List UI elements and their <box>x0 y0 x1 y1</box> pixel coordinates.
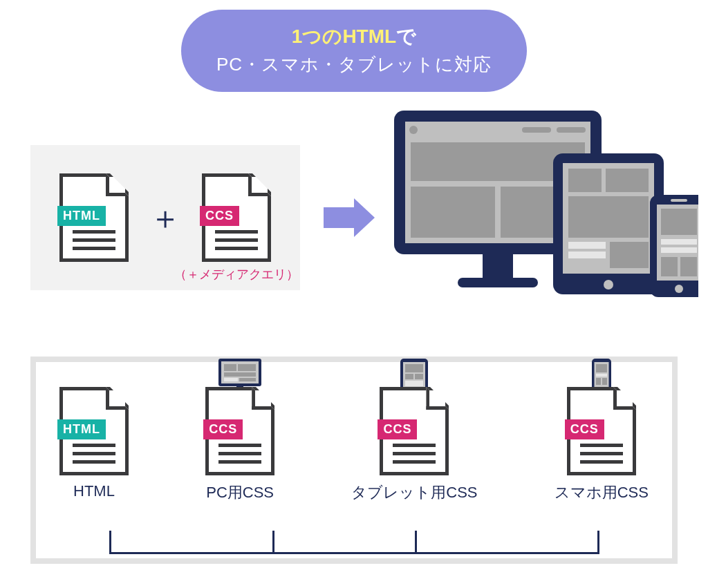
svg-rect-42 <box>415 374 423 379</box>
svg-rect-6 <box>411 187 495 238</box>
svg-rect-24 <box>661 239 697 245</box>
svg-rect-32 <box>224 372 256 377</box>
bottom-columns: HTML HTML CCS PC用CSS CCS タブレット用CSS <box>36 362 672 520</box>
column-HTML: HTML HTML <box>59 387 129 500</box>
caption: タブレット用CSS <box>351 482 477 503</box>
svg-rect-30 <box>224 364 236 371</box>
svg-rect-4 <box>557 127 586 133</box>
svg-rect-41 <box>405 374 413 379</box>
caption: スマホ用CSS <box>555 482 649 503</box>
arrow-icon <box>324 198 375 237</box>
title-line-2: PC・スマホ・タブレットに対応 <box>209 53 499 77</box>
html-file-icon: HTML <box>59 387 129 475</box>
svg-rect-13 <box>568 169 602 192</box>
title-emphasis: 1つのHTML <box>292 26 396 47</box>
ccs-file-icon: CCS <box>205 387 274 475</box>
ccs-badge: CCS <box>378 419 417 439</box>
svg-rect-23 <box>661 209 697 235</box>
svg-rect-15 <box>568 196 649 238</box>
caption: PC用CSS <box>206 482 274 503</box>
svg-rect-47 <box>596 364 607 372</box>
column-PC用CSS: CCS PC用CSS <box>205 387 274 503</box>
svg-rect-40 <box>405 364 423 372</box>
svg-rect-8 <box>483 254 513 278</box>
svg-rect-50 <box>602 378 607 385</box>
column-スマホ用CSS: CCS スマホ用CSS <box>555 387 649 503</box>
ccs-badge: CCS <box>565 419 604 439</box>
svg-point-12 <box>604 280 613 290</box>
svg-rect-34 <box>239 378 256 381</box>
middle-row: HTML ＋ CCS （＋メディアクエリ） <box>30 131 691 304</box>
title-rest: で <box>396 26 416 47</box>
caption: HTML <box>73 482 115 500</box>
column-タブレット用CSS: CCS タブレット用CSS <box>351 387 477 503</box>
title-pill: 1つのHTMLで PC・スマホ・タブレットに対応 <box>181 10 527 92</box>
devices-cluster <box>394 111 691 304</box>
phone-icon <box>650 195 698 297</box>
plus-sign: ＋ <box>149 202 181 234</box>
media-query-note: （＋メディアクエリ） <box>174 266 299 283</box>
equation-box: HTML ＋ CCS （＋メディアクエリ） <box>30 145 300 290</box>
svg-point-2 <box>409 126 418 134</box>
connector-bracket <box>109 531 599 554</box>
html-badge: HTML <box>57 206 106 226</box>
ccs-file-icon: CCS <box>567 387 636 475</box>
svg-rect-27 <box>680 257 697 276</box>
html-badge: HTML <box>57 419 106 439</box>
title-line-1: 1つのHTMLで <box>209 23 499 50</box>
svg-rect-16 <box>568 242 606 249</box>
ccs-file-icon: CCS <box>380 387 449 475</box>
svg-rect-18 <box>610 242 649 268</box>
svg-rect-17 <box>568 252 606 258</box>
svg-rect-26 <box>661 257 678 276</box>
ccs-badge: CCS <box>200 206 239 226</box>
svg-rect-22 <box>671 199 687 202</box>
svg-point-21 <box>675 285 683 293</box>
svg-rect-33 <box>224 378 238 381</box>
svg-rect-3 <box>522 127 551 133</box>
svg-rect-14 <box>606 169 649 192</box>
svg-rect-43 <box>405 381 423 386</box>
bottom-panel: HTML HTML CCS PC用CSS CCS タブレット用CSS <box>30 357 678 564</box>
ccs-badge: CCS <box>203 419 243 439</box>
tablet-icon <box>553 153 664 294</box>
svg-rect-9 <box>458 278 538 287</box>
svg-rect-48 <box>596 374 607 377</box>
svg-rect-31 <box>238 364 256 371</box>
svg-rect-49 <box>596 378 601 385</box>
ccs-file-icon: CCS （＋メディアクエリ） <box>202 173 271 262</box>
html-file-icon: HTML <box>59 173 129 262</box>
svg-rect-25 <box>661 247 697 253</box>
